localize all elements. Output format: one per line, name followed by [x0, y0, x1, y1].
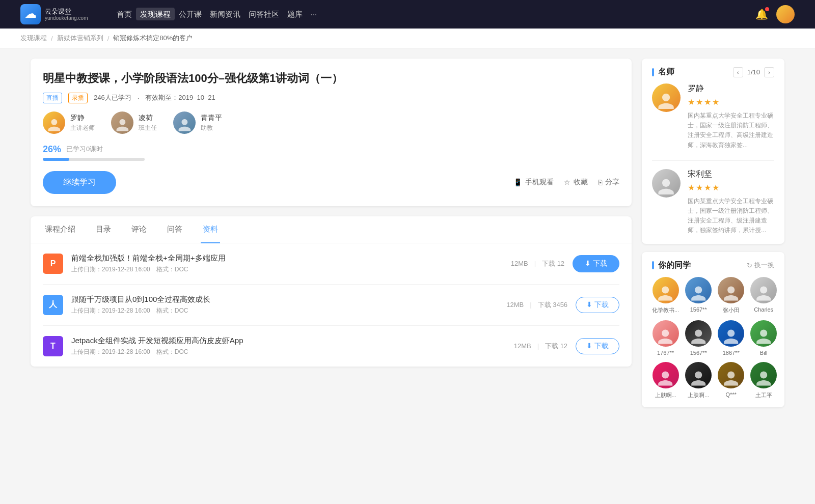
- refresh-classmates-btn[interactable]: ↻ 换一换: [747, 261, 774, 270]
- classmate-name: 上肤啊...: [652, 391, 679, 399]
- classmate-item[interactable]: Charles: [750, 277, 777, 314]
- progress-text: 已学习0课时: [66, 145, 103, 154]
- classmates-header: 你的同学 ↻ 换一换: [642, 252, 784, 277]
- teachers-row: 罗静 主讲老师 凌荷 班主任 青青平 助教: [43, 111, 619, 134]
- classmate-item[interactable]: 土工平: [750, 362, 777, 399]
- resource-info: Jetpack全组件实战 开发短视频应用高仿皮皮虾App 上传日期：2019-1…: [71, 336, 506, 356]
- classmate-item[interactable]: 上肤啊...: [685, 362, 712, 399]
- sidebar-teacher-info: 宋利坚 ★★★★ 国内某重点大学安全工程专业硕士，国家一级注册消防工程师、注册安…: [688, 169, 774, 236]
- sidebar-teacher-name: 宋利坚: [688, 169, 774, 180]
- download-btn-solid[interactable]: ⬇ 下载: [573, 255, 619, 272]
- sidebar-teacher-divider: [652, 160, 774, 161]
- classmate-name: 1767**: [652, 350, 679, 356]
- tab-评论[interactable]: 评论: [129, 216, 149, 243]
- progress-percent: 26%: [43, 144, 61, 155]
- tabs-nav: 课程介绍目录评论问答资料: [31, 216, 632, 243]
- tab-目录[interactable]: 目录: [94, 216, 113, 243]
- share-link[interactable]: ⎘ 分享: [598, 178, 619, 187]
- file-size: 12MB: [511, 260, 528, 267]
- collect-link[interactable]: ☆ 收藏: [564, 178, 588, 187]
- header-right: 🔔: [755, 5, 795, 23]
- classmate-item[interactable]: 1767**: [652, 320, 679, 356]
- resource-name: 跟随千万级项目从0到100全过程高效成长: [71, 295, 498, 304]
- teacher-role: 班主任: [139, 123, 157, 133]
- sidebar: 名师 ‹ 1/10 › 罗静 ★★★★ 国内某重点大学安全工程专业硕士，国家一级…: [642, 59, 784, 415]
- prev-page-btn[interactable]: ‹: [733, 67, 743, 77]
- download-count: 下载 3456: [538, 300, 568, 310]
- breadcrumb-item-1[interactable]: 发现课程: [20, 34, 47, 43]
- resource-stats: 12MB | 下载 3456: [506, 300, 567, 310]
- classmate-item[interactable]: Bill: [750, 320, 777, 356]
- resource-meta: 上传日期：2019-12-28 16:00 格式：DOC: [71, 265, 503, 274]
- teacher-item: 青青平 助教: [173, 111, 222, 134]
- classmate-avatar: [653, 277, 679, 303]
- teacher-info: 凌荷 班主任: [139, 112, 157, 133]
- classmate-item[interactable]: 上肤啊...: [652, 362, 679, 399]
- tab-资料[interactable]: 资料: [201, 216, 220, 243]
- download-btn[interactable]: ⬇ 下载: [576, 297, 619, 313]
- classmate-item[interactable]: 张小田: [718, 277, 744, 314]
- download-btn[interactable]: ⬇ 下载: [576, 338, 619, 354]
- separator: ·: [138, 94, 140, 102]
- logo-icon: ☁: [20, 4, 41, 24]
- file-size: 12MB: [514, 342, 531, 350]
- sidebar-teacher-name: 罗静: [688, 83, 774, 94]
- sidebar-teacher-avatar: [652, 83, 681, 112]
- teacher-item: 凌荷 班主任: [111, 111, 157, 134]
- nav-item-问答社区[interactable]: 问答社区: [244, 8, 283, 20]
- classmate-item[interactable]: 化学教书...: [652, 277, 679, 314]
- user-avatar[interactable]: [776, 5, 795, 23]
- classmate-item[interactable]: 1867**: [718, 320, 744, 356]
- progress-area: 26% 已学习0课时: [43, 144, 619, 161]
- classmate-avatar: [750, 320, 777, 347]
- course-meta: 直播 录播 246人已学习 · 有效期至：2019–10–21: [43, 93, 619, 103]
- action-links: 📱 手机观看 ☆ 收藏 ⎘ 分享: [513, 178, 619, 187]
- classmate-name: 张小田: [718, 306, 744, 314]
- logo-sub: yundouketang.com: [45, 15, 88, 21]
- classmate-item[interactable]: 1567**: [685, 320, 712, 356]
- resource-name: 前端全栈加强版！前端全栈+全周期+多端应用: [71, 254, 503, 263]
- resource-item: T Jetpack全组件实战 开发短视频应用高仿皮皮虾App 上传日期：2019…: [43, 326, 619, 367]
- sidebar-teacher-item: 罗静 ★★★★ 国内某重点大学安全工程专业硕士，国家一级注册消防工程师、注册安全…: [642, 83, 784, 158]
- phone-watch-label: 手机观看: [525, 178, 554, 187]
- nav-item-新闻资讯[interactable]: 新闻资讯: [206, 8, 244, 20]
- classmate-item[interactable]: 1567**: [685, 277, 712, 314]
- classmate-avatar: [718, 362, 744, 388]
- breadcrumb: 发现课程 / 新媒体营销系列 / 销冠修炼术搞定80%的客户: [0, 29, 815, 48]
- teacher-stars: ★★★★: [688, 183, 774, 192]
- nav-item-公开课[interactable]: 公开课: [175, 8, 206, 20]
- nav-item-首页[interactable]: 首页: [113, 8, 136, 20]
- teachers-section-title: 名师: [652, 67, 674, 77]
- refresh-label: 换一换: [754, 261, 774, 270]
- collect-label: 收藏: [574, 178, 588, 187]
- notification-dot: [765, 7, 769, 11]
- classmate-name: 化学教书...: [652, 306, 679, 314]
- classmates-grid: 化学教书... 1567** 张小田 Charles 1767** 1567**…: [642, 277, 784, 407]
- classmate-name: 1567**: [685, 350, 712, 356]
- continue-button[interactable]: 继续学习: [43, 171, 116, 194]
- resource-stats: 12MB | 下载 12: [511, 259, 564, 268]
- breadcrumb-item-2[interactable]: 新媒体营销系列: [57, 34, 103, 43]
- nav-item-题库[interactable]: 题库: [283, 8, 307, 20]
- nav: 首页发现课程公开课新闻资讯问答社区题库···: [113, 10, 321, 19]
- refresh-icon: ↻: [747, 262, 752, 269]
- resource-item: 人 跟随千万级项目从0到100全过程高效成长 上传日期：2019-12-28 1…: [43, 285, 619, 326]
- resource-info: 前端全栈加强版！前端全栈+全周期+多端应用 上传日期：2019-12-28 16…: [71, 254, 503, 274]
- progress-bar-bg: [43, 158, 145, 161]
- nav-item-···[interactable]: ···: [307, 8, 321, 20]
- content-area: 明星中教授课，小学阶段语法100分–强化级第1讲动词（一） 直播 录播 246人…: [31, 59, 632, 415]
- next-page-btn[interactable]: ›: [764, 67, 774, 77]
- phone-watch-link[interactable]: 📱 手机观看: [513, 178, 554, 187]
- resource-stats: 12MB | 下载 12: [514, 342, 567, 351]
- tab-课程介绍[interactable]: 课程介绍: [43, 216, 77, 243]
- resource-icon: P: [43, 254, 63, 274]
- classmate-avatar: [718, 277, 744, 303]
- classmate-item[interactable]: Q***: [718, 362, 744, 399]
- notification-bell[interactable]: 🔔: [755, 8, 768, 20]
- tab-问答[interactable]: 问答: [165, 216, 184, 243]
- teacher-name: 罗静: [70, 112, 95, 123]
- classmate-name: Bill: [750, 350, 777, 356]
- nav-item-发现课程[interactable]: 发现课程: [136, 8, 175, 20]
- logo[interactable]: ☁ 云朵课堂 yundouketang.com: [20, 4, 88, 24]
- classmate-avatar: [750, 362, 777, 388]
